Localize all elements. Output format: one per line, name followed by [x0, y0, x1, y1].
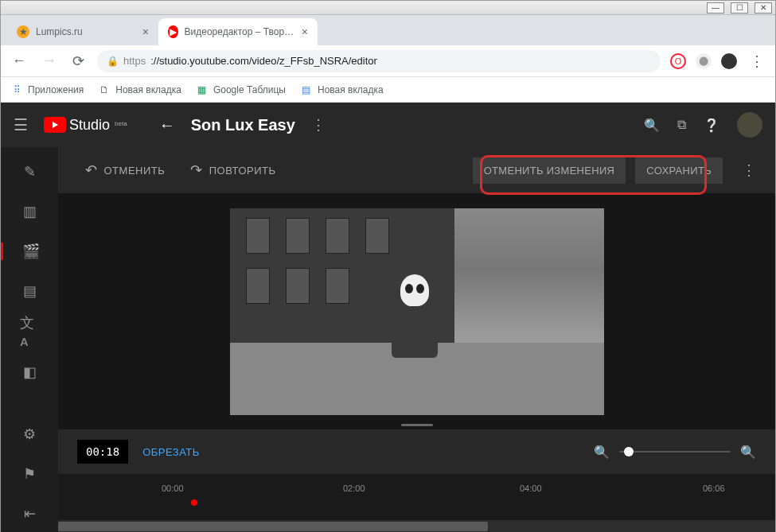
sidebar-item-analytics[interactable]: ▥	[20, 203, 39, 220]
studio-logo[interactable]: Studio beta	[44, 117, 127, 134]
youtube-studio-app: ☰ Studio beta ← Son Lux Easy ⋮ 🔍 ⧉ ❔ ✎ ▥…	[1, 103, 775, 532]
maximize-button[interactable]: ☐	[731, 2, 748, 14]
back-icon[interactable]: ←	[9, 49, 29, 72]
timeline-label: 00:00	[162, 483, 184, 493]
bookmark-item[interactable]: ▤ Новая вкладка	[300, 83, 384, 96]
close-tab-icon[interactable]: ×	[302, 25, 308, 38]
timeline-label: 02:00	[343, 483, 365, 493]
playback-controls: 00:18 ОБРЕЗАТЬ 🔍 🔍	[58, 429, 775, 474]
sidebar-item-feedback[interactable]: ⚑	[20, 465, 39, 483]
browser-tab-1[interactable]: ★ Lumpics.ru ×	[7, 18, 158, 45]
url-scheme: https	[123, 55, 146, 67]
bookmark-label: Новая вкладка	[318, 84, 384, 95]
zoom-slider[interactable]	[619, 451, 731, 452]
timeline-label: 06:06	[703, 483, 725, 493]
zoom-out-icon[interactable]: 🔍	[594, 445, 610, 460]
reload-icon[interactable]: ⟳	[69, 49, 88, 73]
logo-text: Studio	[69, 117, 110, 134]
trim-button[interactable]: ОБРЕЗАТЬ	[142, 446, 200, 458]
redo-label: ПОВТОРИТЬ	[209, 165, 276, 177]
timeline[interactable]: 00:00 02:00 04:00 06:06	[58, 474, 775, 520]
video-title: Son Lux Easy	[191, 116, 295, 134]
beta-label: beta	[115, 120, 127, 127]
bookmark-item[interactable]: 🗋 Новая вкладка	[98, 83, 181, 96]
tab-title: Видеоредактор – Творческая ст	[185, 26, 295, 37]
page-icon: 🗋	[98, 83, 111, 96]
extension-opera-icon[interactable]: O	[670, 53, 686, 69]
video-preview[interactable]	[58, 193, 775, 429]
bookmark-label: Приложения	[28, 84, 84, 95]
drag-handle-icon[interactable]	[401, 424, 433, 426]
apps-icon: ⠿	[10, 83, 23, 96]
close-window-button[interactable]: ✕	[755, 2, 772, 14]
sidebar-item-comments[interactable]: ▤	[20, 282, 39, 300]
close-tab-icon[interactable]: ×	[142, 25, 149, 38]
sidebar-item-translations[interactable]: 文ᴀ	[20, 322, 39, 341]
browser-tab-bar: ★ Lumpics.ru × ▶ Видеоредактор – Творчес…	[1, 15, 775, 45]
discard-changes-button[interactable]: ОТМЕНИТЬ ИЗМЕНЕНИЯ	[473, 157, 626, 184]
studio-topbar: ☰ Studio beta ← Son Lux Easy ⋮ 🔍 ⧉ ❔	[1, 103, 775, 147]
undo-icon: ↶	[85, 161, 98, 179]
create-video-icon[interactable]: ⧉	[677, 118, 686, 132]
bookmark-label: Новая вкладка	[115, 84, 181, 95]
favicon-icon: ★	[17, 25, 29, 38]
lock-icon: 🔒	[107, 56, 119, 67]
redo-button[interactable]: ↷ ПОВТОРИТЬ	[182, 157, 283, 184]
help-icon[interactable]: ❔	[704, 118, 719, 133]
video-frame	[230, 208, 604, 415]
back-arrow-icon[interactable]: ←	[159, 116, 175, 134]
sidebar-item-edit[interactable]: ✎	[20, 163, 39, 181]
sidebar-item-exit[interactable]: ⇤	[20, 505, 39, 522]
os-title-bar: — ☐ ✕	[1, 1, 775, 15]
url-text: ://studio.youtube.com/video/z_FFsb_NSRA/…	[150, 55, 377, 67]
timecode-display[interactable]: 00:18	[77, 440, 128, 464]
sidebar-item-settings[interactable]: ⚙	[20, 425, 39, 443]
bookmarks-bar: ⠿ Приложения 🗋 Новая вкладка ▦ Google Та…	[1, 77, 775, 103]
menu-icon[interactable]: ⋮	[747, 49, 767, 73]
hamburger-icon[interactable]: ☰	[14, 115, 28, 134]
scrollbar-thumb[interactable]	[58, 522, 488, 531]
redo-icon: ↷	[190, 161, 203, 179]
youtube-play-icon	[44, 117, 66, 133]
horizontal-scrollbar[interactable]	[58, 520, 775, 532]
zoom-slider-handle[interactable]	[624, 447, 634, 456]
search-icon[interactable]: 🔍	[644, 118, 660, 133]
bookmark-label: Google Таблицы	[213, 84, 286, 95]
bookmark-item[interactable]: ▦ Google Таблицы	[196, 83, 286, 96]
address-input[interactable]: 🔒 https://studio.youtube.com/video/z_FFs…	[97, 50, 661, 72]
minimize-button[interactable]: —	[707, 2, 724, 14]
playhead-icon[interactable]	[191, 499, 197, 506]
apps-bookmark[interactable]: ⠿ Приложения	[10, 83, 84, 96]
browser-tab-2[interactable]: ▶ Видеоредактор – Творческая ст ×	[158, 18, 318, 45]
studio-sidebar: ✎ ▥ 🎬 ▤ 文ᴀ ◧ ⚙ ⚑ ⇤	[1, 147, 58, 532]
timeline-label: 04:00	[520, 483, 542, 493]
page-icon: ▤	[300, 83, 313, 96]
profile-avatar-icon[interactable]	[721, 53, 737, 69]
tab-title: Lumpics.ru	[36, 26, 83, 37]
sidebar-item-editor[interactable]: 🎬	[1, 243, 58, 260]
undo-button[interactable]: ↶ ОТМЕНИТЬ	[77, 157, 173, 184]
forward-icon: →	[39, 49, 60, 72]
more-options-icon[interactable]: ⋮	[742, 161, 756, 179]
sheets-icon: ▦	[196, 83, 209, 96]
account-avatar[interactable]	[737, 112, 762, 138]
editor-toolbar: ↶ ОТМЕНИТЬ ↷ ПОВТОРИТЬ ОТМЕНИТЬ ИЗМЕНЕНИ…	[58, 147, 775, 193]
save-button[interactable]: СОХРАНИТЬ	[635, 157, 723, 184]
address-bar-row: ← → ⟳ 🔒 https://studio.youtube.com/video…	[1, 45, 775, 77]
editor-main: ↶ ОТМЕНИТЬ ↷ ПОВТОРИТЬ ОТМЕНИТЬ ИЗМЕНЕНИ…	[58, 147, 775, 532]
favicon-icon: ▶	[168, 25, 178, 38]
sidebar-item-other[interactable]: ◧	[20, 363, 39, 381]
extension-icon[interactable]: ⬤	[696, 53, 712, 69]
undo-label: ОТМЕНИТЬ	[104, 165, 166, 177]
video-options-icon[interactable]: ⋮	[311, 116, 326, 134]
zoom-in-icon[interactable]: 🔍	[740, 445, 756, 460]
